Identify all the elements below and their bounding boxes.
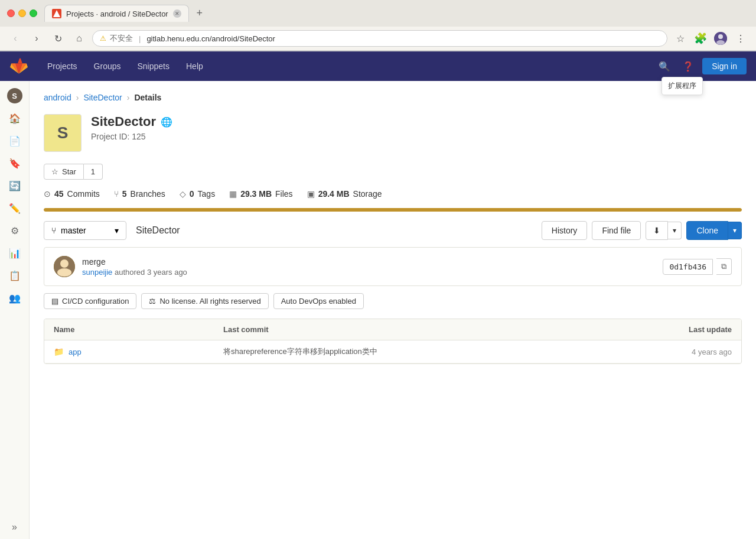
- project-header: S SiteDector 🌐 Project ID: 125: [44, 114, 742, 152]
- breadcrumb-sitedector[interactable]: SiteDector: [83, 93, 122, 102]
- commit-hash-code: 0d1fb436: [663, 259, 713, 275]
- help-button[interactable]: ❓: [679, 57, 698, 76]
- visibility-globe-icon: 🌐: [161, 116, 172, 128]
- sidebar-item-bookmarks[interactable]: 🔖: [5, 153, 25, 173]
- project-id: Project ID: 125: [91, 132, 172, 141]
- active-tab[interactable]: Projects · android / SiteDector ✕: [44, 5, 189, 22]
- topnav-groups[interactable]: Groups: [87, 58, 128, 74]
- download-section: ⬇ ▾: [646, 221, 682, 240]
- minimize-button[interactable]: [18, 9, 26, 17]
- sidebar-item-analytics[interactable]: 📊: [5, 243, 25, 263]
- commit-author[interactable]: sunpeijie: [82, 268, 112, 277]
- reload-button[interactable]: ↻: [50, 30, 66, 47]
- file-table-header: Name Last commit Last update: [44, 319, 741, 340]
- repo-toolbar: ⑂ master ▾ SiteDector History Find file …: [44, 221, 742, 240]
- col-name-header: Name: [54, 325, 223, 334]
- storage-stat[interactable]: ▣ 29.4 MB Storage: [307, 189, 382, 199]
- sidebar-item-merge-requests[interactable]: 🔄: [5, 176, 25, 196]
- extension-tooltip: 扩展程序: [662, 77, 703, 95]
- file-commit-message: 将sharepreference字符串移到application类中: [223, 346, 562, 357]
- home-icon: 🏠: [9, 113, 21, 124]
- license-notice[interactable]: ⚖ No license. All rights reserved: [141, 293, 268, 309]
- members-icon: 👥: [9, 293, 21, 304]
- registry-icon: 📋: [9, 270, 21, 281]
- folder-icon: 📁: [54, 347, 64, 356]
- sidebar-item-operations[interactable]: ⚙: [5, 220, 25, 241]
- star-section: ☆ Star 1: [44, 164, 742, 180]
- download-dropdown-button[interactable]: ▾: [668, 222, 682, 239]
- file-table: Name Last commit Last update 📁 app 将shar…: [44, 319, 742, 364]
- more-options-button[interactable]: ⋮: [732, 30, 749, 47]
- copy-hash-button[interactable]: ⧉: [716, 258, 732, 275]
- clone-button[interactable]: Clone: [686, 221, 728, 240]
- svg-point-1: [718, 34, 723, 39]
- branches-stat[interactable]: ⑂ 5 Branches: [114, 189, 165, 199]
- clone-dropdown-button[interactable]: ▾: [728, 222, 742, 239]
- breadcrumb: android › SiteDector › Details: [44, 93, 742, 102]
- commit-details: merge sunpeijie authored 3 years ago: [82, 257, 656, 277]
- topnav-help[interactable]: Help: [179, 58, 210, 74]
- project-info: SiteDector 🌐 Project ID: 125: [91, 114, 172, 141]
- commit-info: merge sunpeijie authored 3 years ago 0d1…: [44, 247, 742, 286]
- edit-icon: ✏️: [9, 203, 21, 214]
- snippets-icon: 📄: [9, 135, 21, 147]
- svg-point-4: [60, 259, 69, 268]
- commits-stat[interactable]: ⊙ 45 Commits: [44, 189, 100, 199]
- tab-close-button[interactable]: ✕: [173, 9, 181, 18]
- url-separator: |: [139, 34, 141, 43]
- address-bar[interactable]: ⚠ 不安全 | gitlab.henu.edu.cn/android/SiteD…: [92, 30, 667, 47]
- find-file-button[interactable]: Find file: [592, 221, 641, 240]
- project-avatar: S: [44, 114, 82, 152]
- profile-button[interactable]: [712, 30, 729, 47]
- user-avatar: S: [7, 88, 22, 103]
- back-button[interactable]: ‹: [7, 30, 24, 47]
- sidebar-item-snippets[interactable]: 📄: [5, 131, 25, 151]
- devops-notice[interactable]: Auto DevOps enabled: [273, 293, 364, 309]
- traffic-lights: [7, 9, 37, 17]
- commit-message: merge: [82, 257, 656, 267]
- branch-dropdown[interactable]: ⑂ master ▾: [44, 221, 126, 240]
- url-warning-label: 不安全: [110, 33, 133, 44]
- bookmark-button[interactable]: ☆: [672, 30, 689, 47]
- col-update-header: Last update: [562, 325, 732, 334]
- breadcrumb-sep-1: ›: [76, 93, 79, 102]
- project-title: SiteDector 🌐: [91, 114, 172, 129]
- table-row: 📁 app 将sharepreference字符串移到application类中…: [44, 340, 741, 363]
- extension-button[interactable]: 🧩: [692, 30, 709, 47]
- forward-button[interactable]: ›: [28, 30, 45, 47]
- topnav-projects[interactable]: Projects: [40, 58, 84, 74]
- history-button[interactable]: History: [542, 221, 588, 240]
- sidebar-item-edit[interactable]: ✏️: [5, 198, 25, 218]
- cicd-notice[interactable]: ▤ CI/CD configuration: [44, 293, 136, 309]
- browser-nav: ‹ › ↻ ⌂ ⚠ 不安全 | gitlab.henu.edu.cn/andro…: [0, 27, 756, 51]
- star-button[interactable]: ☆ Star: [44, 164, 84, 180]
- tab-favicon: [52, 9, 61, 18]
- search-button[interactable]: 🔍: [655, 57, 674, 76]
- analytics-icon: 📊: [9, 248, 21, 259]
- sidebar: S 🏠 📄 🔖 🔄 ✏️ ⚙ 📊: [0, 81, 30, 539]
- maximize-button[interactable]: [30, 9, 37, 17]
- sidebar-item-home[interactable]: 🏠: [5, 108, 25, 128]
- signin-button[interactable]: Sign in: [702, 58, 747, 74]
- files-stat[interactable]: ▦ 29.3 MB Files: [229, 189, 292, 199]
- home-button[interactable]: ⌂: [71, 30, 87, 47]
- url-text: gitlab.henu.edu.cn/android/SiteDector: [146, 34, 660, 43]
- close-button[interactable]: [7, 9, 15, 17]
- topnav-snippets[interactable]: Snippets: [131, 58, 177, 74]
- download-button[interactable]: ⬇: [646, 221, 668, 240]
- activity-progress-bar: [44, 208, 742, 212]
- sidebar-avatar[interactable]: S: [5, 86, 25, 106]
- breadcrumb-android[interactable]: android: [44, 93, 71, 102]
- file-name-app[interactable]: 📁 app: [54, 347, 223, 356]
- gitlab-logo[interactable]: [9, 57, 28, 76]
- tags-stat[interactable]: ◇ 0 Tags: [180, 189, 215, 199]
- commit-hash-section: 0d1fb436 ⧉: [663, 258, 732, 275]
- sidebar-expand-button[interactable]: »: [5, 517, 25, 537]
- new-tab-button[interactable]: +: [191, 5, 208, 22]
- sidebar-item-members[interactable]: 👥: [5, 288, 25, 308]
- branch-name: master: [61, 226, 86, 235]
- license-icon: ⚖: [149, 297, 156, 306]
- sidebar-item-registry[interactable]: 📋: [5, 265, 25, 285]
- gitlab-app: Projects Groups Snippets Help 🔍 ❓ Sign i…: [0, 51, 756, 539]
- topnav-actions: 🔍 ❓ Sign in: [655, 57, 747, 76]
